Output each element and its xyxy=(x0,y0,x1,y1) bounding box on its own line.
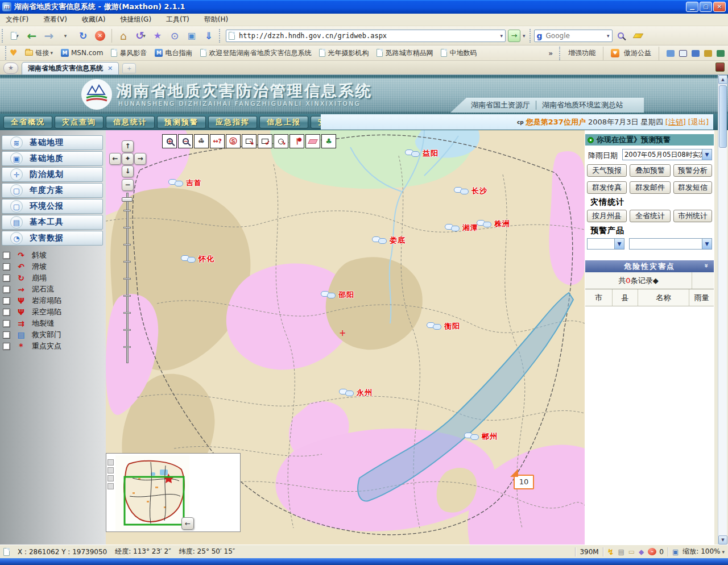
resize-icon[interactable]: ▣ xyxy=(672,548,679,556)
product-select-large[interactable]: ▼ xyxy=(629,238,712,250)
history-dropdown-icon[interactable]: ▾ xyxy=(59,28,73,43)
overview-tool-icon[interactable] xyxy=(107,475,114,481)
zoom-minus-button[interactable]: − xyxy=(122,179,134,191)
menu-view[interactable]: 查看(V) xyxy=(43,15,67,24)
group-email-button[interactable]: 群发邮件 xyxy=(630,181,671,194)
city-marker-chenzhou[interactable]: 郴州 xyxy=(464,431,498,442)
select-arrow-icon[interactable]: ▼ xyxy=(702,239,712,249)
province-stats-button[interactable]: 全省统计 xyxy=(630,210,671,222)
pan-center-button[interactable]: ✦ xyxy=(122,153,134,165)
map-scale-button[interactable]: Ⓢ xyxy=(226,134,241,148)
enhance-features-link[interactable]: 增强功能 xyxy=(568,48,595,58)
tab-star-icon[interactable]: ★ xyxy=(3,63,18,74)
map-draw-point-button[interactable]: ∕● xyxy=(289,134,304,148)
refresh-icon[interactable]: ↻ xyxy=(76,28,90,43)
link-radio[interactable]: M电台指南 xyxy=(155,48,192,58)
org-link-jiance[interactable]: 湖南省地质环境监测总站 xyxy=(542,100,623,110)
address-dropdown-icon[interactable]: ▾ xyxy=(500,33,503,39)
search-dropdown-icon[interactable]: ▾ xyxy=(607,33,610,39)
city-marker-hengyang[interactable]: 衡阳 xyxy=(427,321,460,331)
tab-active[interactable]: 湖南省地质灾害信息系统 ✕ xyxy=(22,62,119,74)
layer-checkbox[interactable] xyxy=(3,275,10,282)
blocked-count-icon[interactable]: – xyxy=(648,548,656,555)
sidebar-section-disaster-data[interactable]: ◔灾害数据 xyxy=(2,231,103,246)
boost-lightning-icon[interactable]: ↯ xyxy=(607,547,614,556)
map-circle-select-button[interactable]: ↘ xyxy=(274,134,288,148)
city-marker-huaihua[interactable]: 怀化 xyxy=(181,254,214,264)
weather-forecast-button[interactable]: 天气预报 xyxy=(587,164,627,177)
map-measure-button[interactable]: ↔? xyxy=(210,134,225,148)
monthly-county-button[interactable]: 按月州县 xyxy=(587,210,627,222)
notes-icon[interactable] xyxy=(692,50,700,57)
map-rect-select-button[interactable]: ↘ xyxy=(242,134,257,148)
sidebar-section-base-geology[interactable]: ▣基础地质 xyxy=(2,151,103,166)
city-marker-shaoyang[interactable]: 邵阳 xyxy=(321,290,354,300)
city-marker-changsha[interactable]: 长沙 xyxy=(454,186,487,196)
links-overflow-chevron[interactable]: » xyxy=(548,49,553,57)
collapse-chevrons-icon[interactable]: » xyxy=(701,264,713,269)
stop-icon[interactable]: ✕ xyxy=(93,28,107,43)
city-marker-zhuzhou[interactable]: 株洲 xyxy=(477,219,510,229)
city-marker-yiyang[interactable]: 益阳 xyxy=(405,148,439,159)
sidebar-section-env-report[interactable]: ▢环境公报 xyxy=(2,199,103,214)
window-mini-icon[interactable] xyxy=(679,50,687,57)
group-fax-button[interactable]: 群发传真 xyxy=(587,181,627,194)
select-arrow-icon[interactable]: ▼ xyxy=(702,149,712,160)
printer-icon[interactable]: ▤ xyxy=(618,548,624,556)
search-icon[interactable] xyxy=(614,28,628,43)
layer-checkbox[interactable] xyxy=(3,252,10,259)
city-marker-yongzhou[interactable]: 永州 xyxy=(339,388,373,398)
new-window-icon[interactable]: ▭ xyxy=(628,548,635,556)
link-zhongdi[interactable]: 中地数码 xyxy=(441,48,477,58)
map-zoom-in-button[interactable]: + xyxy=(162,134,177,148)
nav-tab-stats[interactable]: 信息统计 xyxy=(106,116,155,128)
forward-icon[interactable]: → xyxy=(42,28,56,43)
overview-tool-icon[interactable] xyxy=(107,467,114,473)
layer-checkbox[interactable] xyxy=(3,286,10,293)
link-guangnian[interactable]: 光年摄影机构 xyxy=(319,48,369,58)
pan-up-button[interactable]: ↑ xyxy=(122,140,134,152)
map-eraser-button[interactable] xyxy=(305,134,320,148)
menu-file[interactable]: 文件(F) xyxy=(6,15,28,24)
overview-tool-icon[interactable] xyxy=(107,459,114,466)
maxthon-charity-link[interactable]: 傲游公益 xyxy=(624,48,651,58)
nav-tab-query[interactable]: 灾点查询 xyxy=(55,116,104,128)
nav-tab-overview[interactable]: 全省概况 xyxy=(3,116,52,128)
menu-groups[interactable]: 快捷组(G) xyxy=(120,15,151,24)
home-icon[interactable]: ⌂ xyxy=(116,28,131,43)
product-select-small[interactable]: ▼ xyxy=(587,238,624,250)
new-page-icon[interactable]: ▾ xyxy=(7,28,22,43)
window-icon[interactable]: ▣ xyxy=(184,28,199,43)
map-zoom-out-button[interactable]: − xyxy=(178,134,193,148)
layer-checkbox[interactable] xyxy=(3,331,10,339)
sidebar-section-basic-tools[interactable]: ▤基本工具 xyxy=(2,215,103,230)
nav-tab-report[interactable]: 信息上报 xyxy=(259,116,308,128)
overview-map-image[interactable] xyxy=(115,455,189,531)
city-marker-xiangtan[interactable]: 湘潭 xyxy=(445,223,478,233)
danger-sites-header[interactable]: 危险性灾害点 » xyxy=(585,260,714,272)
overlay-warning-button[interactable]: 叠加预警 xyxy=(630,164,671,177)
logout-link[interactable]: [注销] xyxy=(665,117,686,127)
link-baofeng[interactable]: 暴风影音 xyxy=(111,48,147,58)
layer-checkbox[interactable] xyxy=(3,320,10,327)
city-stats-button[interactable]: 市州统计 xyxy=(673,210,712,222)
link-hunan-geo[interactable]: 欢迎登陆湖南省地质灾害信息系统 xyxy=(200,48,311,58)
nav-tab-emergency[interactable]: 应急指挥 xyxy=(208,116,257,128)
scroll-down-arrow[interactable]: ▼ xyxy=(718,535,727,545)
link-msn[interactable]: MMSN.com xyxy=(61,49,103,57)
layer-checkbox[interactable] xyxy=(3,309,10,316)
map-canvas[interactable]: + − ↔↕ ↔? Ⓢ ↘ ↙ ↘ ∕● ♣ ↑ ← ✦ → ↓ − 吉首 益阳… xyxy=(106,130,585,545)
cube-icon[interactable] xyxy=(717,50,725,57)
links-folder[interactable]: 链接▾ xyxy=(25,48,53,58)
magic-wand-icon[interactable]: ★ xyxy=(150,28,165,43)
history-clock-icon[interactable]: ⊙ xyxy=(167,28,182,43)
tab-list-icon[interactable] xyxy=(715,63,725,72)
maximize-button[interactable]: ▢ xyxy=(700,2,712,12)
city-marker-loudi[interactable]: 娄底 xyxy=(372,235,406,246)
address-bar[interactable]: ▾ xyxy=(226,30,506,42)
maxthon-charity-icon[interactable]: ♥ xyxy=(611,49,619,57)
back-icon[interactable]: ← xyxy=(24,28,39,43)
address-input[interactable] xyxy=(238,31,497,40)
filter-diamond-icon[interactable]: ◆ xyxy=(639,548,644,556)
pan-right-button[interactable]: → xyxy=(134,153,146,165)
